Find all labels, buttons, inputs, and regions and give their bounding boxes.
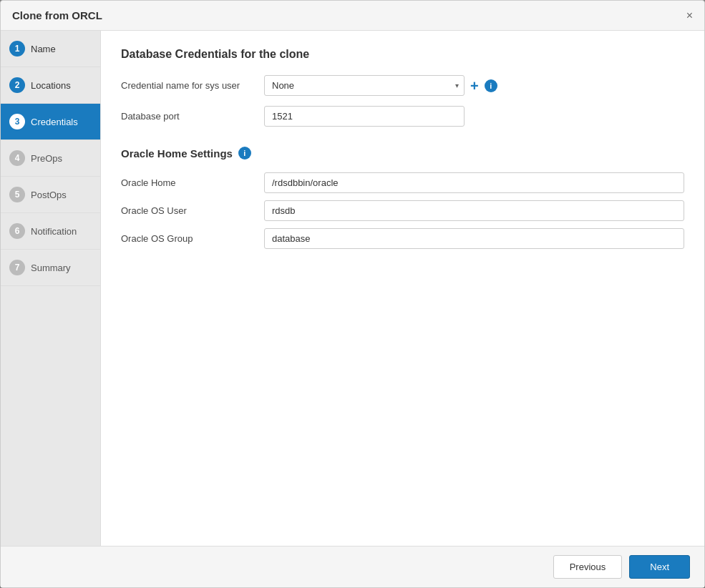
step-2-label: Locations (31, 80, 71, 91)
dialog-body: 1 Name 2 Locations 3 Credentials 4 (1, 31, 704, 546)
add-credential-button[interactable]: + (470, 79, 479, 93)
step-7-badge: 7 (9, 260, 25, 275)
step-1-label: Name (31, 44, 56, 54)
previous-button[interactable]: Previous (553, 555, 623, 579)
step-2-locations[interactable]: 2 Locations (1, 67, 100, 104)
next-button[interactable]: Next (629, 555, 690, 579)
step-2-badge: 2 (9, 77, 25, 93)
dialog-header: Clone from ORCL × (1, 1, 704, 31)
port-label: Database port (121, 111, 264, 122)
step-6-badge: 6 (9, 223, 25, 239)
oracle-home-input[interactable] (264, 172, 684, 193)
oracle-group-label: Oracle OS Group (121, 233, 264, 244)
step-5-postops[interactable]: 5 PostOps (1, 177, 100, 213)
section-title: Database Credentials for the clone (121, 48, 684, 61)
credential-label: Credential name for sys user (121, 80, 264, 91)
step-1-name[interactable]: 1 Name (1, 31, 100, 67)
port-form-group: Database port (121, 106, 684, 127)
step-4-preops[interactable]: 4 PreOps (1, 140, 100, 177)
port-input[interactable] (264, 106, 465, 127)
oracle-user-label: Oracle OS User (121, 205, 264, 216)
credential-form-group: Credential name for sys user None ▾ + i (121, 75, 684, 96)
clone-dialog: Clone from ORCL × 1 Name 2 Locations (0, 0, 705, 588)
dialog-footer: Previous Next (1, 546, 704, 587)
oracle-section-title: Oracle Home Settings i (121, 147, 684, 160)
oracle-info-icon[interactable]: i (238, 147, 251, 160)
oracle-home-group: Oracle Home (121, 172, 684, 193)
step-5-label: PostOps (31, 190, 67, 200)
step-3-credentials[interactable]: 3 Credentials (1, 104, 100, 140)
oracle-group-form-group: Oracle OS Group (121, 228, 684, 249)
step-3-badge: 3 (9, 114, 25, 129)
close-button[interactable]: × (686, 10, 693, 21)
dialog-title: Clone from ORCL (12, 9, 102, 21)
close-icon: × (686, 9, 693, 21)
step-1-badge: 1 (9, 41, 25, 57)
add-icon: + (470, 78, 479, 94)
credential-select[interactable]: None (264, 75, 465, 96)
oracle-group-input[interactable] (264, 228, 684, 249)
step-6-notification[interactable]: 6 Notification (1, 213, 100, 250)
credential-control-wrapper: None ▾ + i (264, 75, 497, 96)
oracle-user-group: Oracle OS User (121, 200, 684, 221)
credential-select-wrapper: None ▾ (264, 75, 465, 96)
step-7-label: Summary (31, 263, 71, 273)
step-3-label: Credentials (31, 117, 78, 127)
step-4-badge: 4 (9, 150, 25, 166)
oracle-home-label: Oracle Home (121, 177, 264, 188)
credential-info-icon[interactable]: i (485, 79, 497, 92)
step-7-summary[interactable]: 7 Summary (1, 250, 100, 286)
oracle-user-input[interactable] (264, 200, 684, 221)
main-content: Database Credentials for the clone Crede… (101, 31, 704, 546)
step-4-label: PreOps (31, 153, 62, 164)
step-6-label: Notification (31, 226, 77, 237)
step-5-badge: 5 (9, 187, 25, 202)
sidebar: 1 Name 2 Locations 3 Credentials 4 (1, 31, 101, 546)
